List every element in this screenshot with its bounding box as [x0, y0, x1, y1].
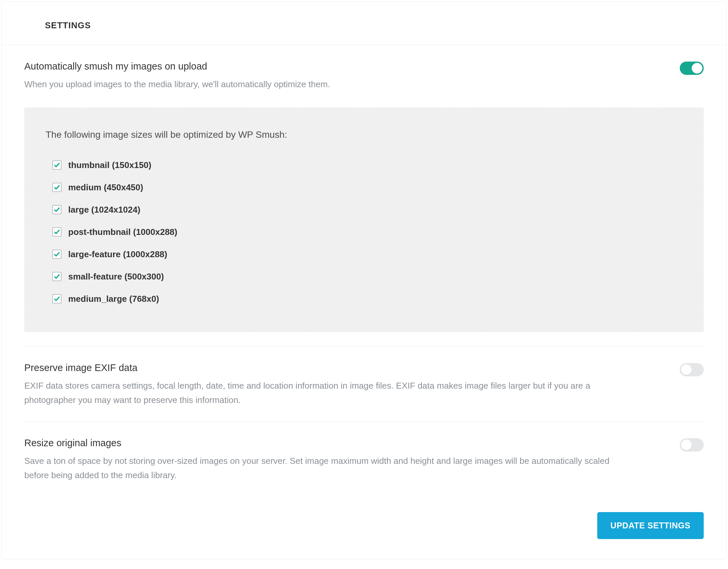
size-list: thumbnail (150x150)medium (450x450)large…	[46, 154, 682, 310]
size-label: large-feature (1000x288)	[68, 249, 167, 260]
resize-toggle[interactable]	[680, 438, 704, 452]
exif-title: Preserve image EXIF data	[24, 362, 610, 373]
auto-smush-desc: When you upload images to the media libr…	[24, 77, 610, 92]
size-checkbox[interactable]	[52, 250, 62, 259]
panel-header: SETTINGS	[2, 2, 726, 45]
size-label: medium (450x450)	[68, 182, 143, 193]
size-checkbox[interactable]	[52, 205, 62, 214]
size-item: large-feature (1000x288)	[52, 243, 682, 266]
size-label: thumbnail (150x150)	[68, 160, 151, 170]
size-item: large (1024x1024)	[52, 199, 682, 221]
exif-toggle[interactable]	[680, 363, 704, 376]
panel-body: Automatically smush my images on upload …	[2, 45, 726, 496]
size-label: large (1024x1024)	[68, 205, 140, 215]
toggle-knob	[681, 440, 692, 450]
size-item: small-feature (500x300)	[52, 266, 682, 288]
size-item: medium_large (768x0)	[52, 288, 682, 310]
size-checkbox[interactable]	[52, 160, 62, 170]
settings-panel: SETTINGS Automatically smush my images o…	[1, 1, 727, 559]
resize-desc: Save a ton of space by not storing over-…	[24, 454, 610, 482]
sizes-box: The following image sizes will be optimi…	[24, 107, 704, 332]
sizes-intro: The following image sizes will be optimi…	[46, 129, 682, 140]
size-checkbox[interactable]	[52, 227, 62, 237]
update-settings-button[interactable]: UPDATE SETTINGS	[597, 512, 704, 539]
section-exif: Preserve image EXIF data EXIF data store…	[24, 346, 704, 422]
resize-title: Resize original images	[24, 438, 610, 449]
toggle-knob	[692, 63, 702, 74]
auto-smush-toggle[interactable]	[680, 62, 704, 75]
section-auto-smush: Automatically smush my images on upload …	[24, 45, 704, 346]
size-label: small-feature (500x300)	[68, 272, 164, 282]
size-item: post-thumbnail (1000x288)	[52, 221, 682, 243]
size-checkbox[interactable]	[52, 294, 62, 303]
exif-desc: EXIF data stores camera settings, focal …	[24, 379, 610, 407]
size-label: medium_large (768x0)	[68, 294, 159, 304]
size-checkbox[interactable]	[52, 183, 62, 192]
auto-smush-title: Automatically smush my images on upload	[24, 61, 610, 72]
page-title: SETTINGS	[45, 20, 704, 31]
section-resize: Resize original images Save a ton of spa…	[24, 422, 704, 496]
size-item: medium (450x450)	[52, 176, 682, 199]
toggle-knob	[681, 364, 692, 375]
panel-footer: UPDATE SETTINGS	[2, 496, 726, 559]
size-item: thumbnail (150x150)	[52, 154, 682, 176]
size-checkbox[interactable]	[52, 272, 62, 281]
size-label: post-thumbnail (1000x288)	[68, 227, 177, 237]
